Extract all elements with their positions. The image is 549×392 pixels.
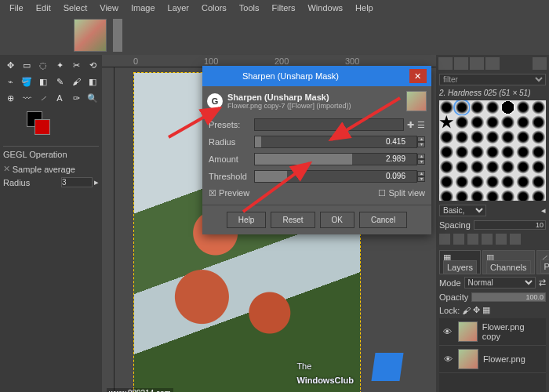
eraser-tool-icon[interactable]: ◧	[85, 74, 100, 89]
menu-filters[interactable]: Filters	[267, 2, 300, 14]
brush-selected[interactable]	[455, 100, 470, 114]
fuzzy-select-icon[interactable]: ✦	[53, 58, 67, 72]
threshold-label: Threshold	[209, 172, 254, 181]
mode-toggle-icon[interactable]: ⇄	[539, 278, 546, 288]
rect-select-icon[interactable]: ▭	[20, 58, 34, 72]
tab-layers[interactable]: ▦ Layers	[439, 250, 481, 274]
image-tab-extra[interactable]	[113, 19, 122, 52]
menu-help[interactable]: Help	[351, 2, 378, 14]
color-picker-icon[interactable]: ✑	[69, 91, 83, 105]
move-tool-icon[interactable]: ✥	[3, 58, 17, 72]
layer-item[interactable]: 👁 Flower.png copy	[439, 318, 546, 346]
dock-tab-icon[interactable]	[470, 57, 484, 70]
image-tab-thumb[interactable]	[74, 19, 107, 52]
toolbox-panel: ✥ ▭ ◌ ✦ ✂ ⟲ ⌁ 🪣 ◧ ✎ 🖌 ◧ ⊕ 〰 ⟋ A ✑ 🔍 GEGL…	[0, 55, 102, 392]
text-tool-icon[interactable]: A	[53, 91, 67, 105]
dock-tab-icon[interactable]	[485, 57, 500, 70]
brush-action-icon[interactable]	[439, 234, 450, 245]
spacing-label: Spacing	[439, 220, 471, 230]
tab-channels[interactable]: ▥ Channels	[482, 250, 534, 274]
layer-name: Flower.png copy	[482, 322, 543, 341]
opacity-slider[interactable]: 100.0	[471, 292, 546, 302]
menu-layer[interactable]: Layer	[163, 2, 195, 14]
brush-action-icon[interactable]	[467, 234, 478, 245]
gradient-tool-icon[interactable]: ◧	[36, 74, 50, 89]
dock-menu-icon[interactable]: ◂	[541, 205, 546, 216]
menu-view[interactable]: View	[95, 2, 123, 14]
bg-color[interactable]	[35, 119, 50, 135]
brush-action-icon[interactable]	[453, 234, 464, 245]
blend-mode-select[interactable]: Normal	[464, 277, 536, 289]
dialog-titlebar[interactable]: Sharpen (Unsharp Mask) ✕	[202, 66, 431, 86]
dock-menu-icon[interactable]	[533, 57, 547, 70]
split-view-checkbox[interactable]: ☐ Split view	[378, 188, 425, 198]
ok-button[interactable]: OK	[320, 212, 354, 228]
threshold-slider[interactable]: 0.096	[254, 170, 417, 183]
brush-title: 2. Hardness 025 (51 × 51)	[436, 87, 549, 99]
transform-tool-icon[interactable]: ⟲	[85, 58, 100, 72]
menu-colors[interactable]: Colors	[197, 2, 231, 14]
brush-action-icon[interactable]	[482, 234, 493, 245]
dock-tab-icon[interactable]	[454, 57, 468, 70]
threshold-spin[interactable]: ▴▾	[417, 171, 425, 182]
cancel-button[interactable]: Cancel	[359, 212, 407, 228]
ruler-vertical	[102, 67, 115, 392]
menu-file[interactable]: File	[5, 2, 28, 14]
lock-position-icon[interactable]: ✥	[473, 305, 480, 315]
menu-windows[interactable]: Windows	[303, 2, 347, 14]
visibility-toggle-icon[interactable]: 👁	[442, 327, 453, 336]
lock-alpha-icon[interactable]: ▦	[480, 305, 490, 315]
brush-action-icon[interactable]	[510, 234, 521, 245]
dialog-thumb	[406, 91, 427, 111]
layer-item[interactable]: 👁 Flower.png	[439, 346, 546, 373]
dialog-title: Sharpen (Unsharp Mask)	[242, 71, 339, 81]
brush-grid[interactable]	[439, 100, 546, 201]
layer-name: Flower.png	[483, 354, 525, 364]
right-dock: filter 2. Hardness 025 (51 × 51) Basic, …	[436, 55, 549, 392]
tool-options-panel: GEGL Operation ✕ Sample average Radius ▸	[3, 146, 99, 189]
radius-spin[interactable]: ▴▾	[417, 136, 425, 147]
layer-thumb	[458, 349, 478, 369]
radius-label: Radius	[209, 137, 254, 147]
help-button[interactable]: Help	[227, 212, 267, 228]
dock-tab-icon[interactable]	[438, 57, 453, 70]
brush-action-icon[interactable]	[496, 234, 507, 245]
radius-input[interactable]	[61, 177, 93, 187]
lock-pixels-icon[interactable]: 🖌	[460, 306, 473, 315]
smudge-tool-icon[interactable]: 〰	[20, 91, 34, 105]
menu-tools[interactable]: Tools	[235, 2, 264, 14]
layer-list: 👁 Flower.png copy 👁 Flower.png	[439, 318, 546, 392]
fg-bg-color-swatch[interactable]	[27, 111, 58, 135]
free-select-icon[interactable]: ◌	[36, 58, 50, 72]
visibility-toggle-icon[interactable]: 👁	[442, 354, 453, 364]
opacity-label: Opacity	[439, 292, 468, 302]
amount-spin[interactable]: ▴▾	[417, 154, 425, 165]
warp-tool-icon[interactable]: ⌁	[3, 74, 17, 89]
brush-tool-icon[interactable]: 🖌	[69, 74, 83, 89]
menu-image[interactable]: Image	[126, 2, 160, 14]
spacing-slider[interactable]: 10	[474, 220, 546, 230]
brush-filter-input[interactable]: filter	[439, 74, 546, 85]
amount-slider[interactable]: 2.989	[254, 153, 417, 165]
brush-category-select[interactable]: Basic,	[439, 205, 486, 216]
crop-tool-icon[interactable]: ✂	[69, 58, 83, 72]
close-icon[interactable]: ✕	[409, 69, 427, 83]
tab-paths[interactable]: ⟋ Paths	[536, 250, 549, 274]
reset-button[interactable]: Reset	[271, 212, 314, 228]
brush-star-icon[interactable]	[439, 115, 454, 129]
dialog-heading: Sharpen (Unsharp Mask)	[227, 93, 351, 102]
lock-label: Lock:	[439, 306, 460, 315]
clone-tool-icon[interactable]: ⊕	[3, 91, 17, 105]
preset-add-icon[interactable]: ✚	[404, 120, 417, 130]
menu-edit[interactable]: Edit	[31, 2, 56, 14]
bucket-fill-icon[interactable]: 🪣	[20, 74, 34, 89]
pencil-tool-icon[interactable]: ✎	[53, 74, 67, 89]
menu-select[interactable]: Select	[59, 2, 93, 14]
path-tool-icon[interactable]: ⟋	[36, 91, 50, 105]
preview-checkbox[interactable]: ☒ Preview	[209, 188, 249, 198]
presets-select[interactable]	[254, 118, 404, 131]
gimp-icon: G	[207, 93, 223, 109]
radius-slider[interactable]: 0.415	[254, 136, 417, 148]
zoom-tool-icon[interactable]: 🔍	[85, 91, 100, 105]
preset-menu-icon[interactable]: ☰	[417, 120, 425, 130]
